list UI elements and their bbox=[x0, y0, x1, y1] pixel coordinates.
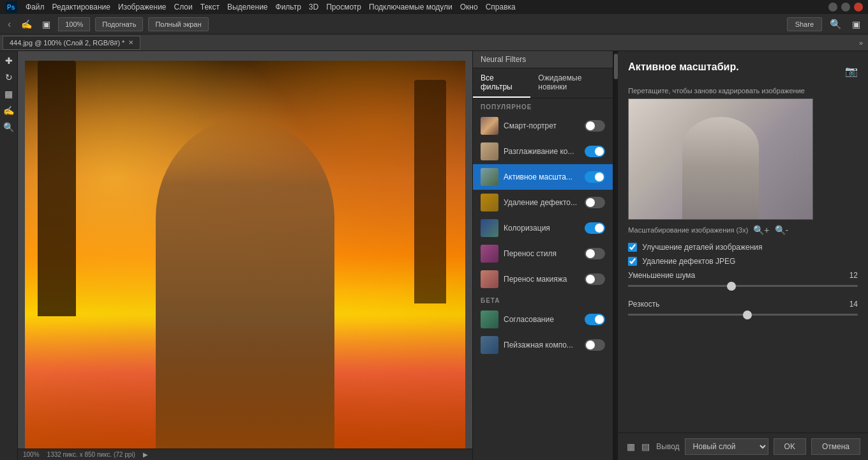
filter-item-scale[interactable]: Активное масшта... bbox=[473, 164, 613, 190]
status-bar: 100% 1332 пикс. x 850 пикс. (72 ppi) ▶ bbox=[18, 448, 472, 460]
preview-instruction: Перетащите, чтобы заново кадрировать изо… bbox=[628, 87, 858, 95]
transform-tool[interactable]: ▣ bbox=[40, 18, 53, 31]
zoom-status: 100% bbox=[23, 451, 40, 458]
neural-filters-panel: Neural Filters Все фильтры Ожидаемые нов… bbox=[472, 51, 868, 460]
tabbar: 444.jpg @ 100% (Слой 2, RGB/8#) * ✕ » bbox=[0, 34, 868, 51]
menu-file[interactable]: Файл bbox=[26, 3, 45, 12]
checkbox-jpeg[interactable] bbox=[628, 257, 637, 266]
toggle-smooth[interactable] bbox=[585, 146, 605, 157]
noise-value: 12 bbox=[849, 271, 858, 280]
tab-coming-filters[interactable]: Ожидаемые новинки bbox=[530, 68, 613, 98]
filter-thumb-landscape bbox=[481, 336, 498, 354]
checkbox-detail[interactable] bbox=[628, 243, 637, 252]
minimize-btn[interactable] bbox=[828, 3, 837, 12]
menu-help[interactable]: Справка bbox=[486, 3, 516, 12]
settings-container: Активное масштабир. 📷 Перетащите, чтобы … bbox=[618, 51, 868, 460]
sharpness-slider-section: Резкость 14 bbox=[628, 300, 858, 321]
toggle-style[interactable] bbox=[585, 248, 605, 259]
menu-image[interactable]: Изображение bbox=[118, 3, 167, 12]
layers-icon-btn[interactable]: ▦ bbox=[625, 440, 636, 453]
filter-list: Neural Filters Все фильтры Ожидаемые нов… bbox=[473, 51, 613, 460]
filter-name-makeup: Перенос макияжа bbox=[504, 275, 580, 284]
stack-icon-btn[interactable]: ▤ bbox=[640, 440, 651, 453]
filter-name-portrait: Смарт-портрет bbox=[504, 121, 580, 130]
menu-edit[interactable]: Редактирование bbox=[52, 3, 110, 12]
toggle-scale[interactable] bbox=[585, 171, 605, 183]
menu-window[interactable]: Окно bbox=[460, 3, 478, 12]
filter-item-defect[interactable]: Удаление дефекто... bbox=[473, 190, 613, 215]
preview-image[interactable] bbox=[628, 98, 813, 220]
bottom-bar: ▦ ▤ Вывод Новый слой Смарт-объект Текущи… bbox=[618, 433, 868, 460]
noise-slider-section: Уменьшение шума 12 bbox=[628, 271, 858, 292]
hand-tool-left[interactable]: ✍ bbox=[2, 103, 16, 118]
zoom-out-icon[interactable]: 🔍- bbox=[775, 225, 789, 235]
menu-3d[interactable]: 3D bbox=[309, 3, 318, 12]
sharpness-slider-thumb[interactable] bbox=[743, 310, 752, 319]
noise-slider-label: Уменьшение шума 12 bbox=[628, 271, 858, 280]
toggle-defect[interactable] bbox=[585, 197, 605, 208]
sharpness-slider-track[interactable] bbox=[628, 314, 858, 316]
menu-select[interactable]: Выделение bbox=[227, 3, 268, 12]
noise-slider-thumb[interactable] bbox=[727, 282, 736, 291]
layout-btn[interactable]: ▣ bbox=[849, 18, 863, 31]
ps-logo: Ps bbox=[5, 1, 18, 13]
cancel-btn[interactable]: Отмена bbox=[811, 438, 860, 455]
zoom-tool-left[interactable]: 🔍 bbox=[2, 120, 16, 134]
hand-tool[interactable]: ✍ bbox=[19, 18, 34, 31]
filter-item-portrait[interactable]: Смарт-портрет bbox=[473, 113, 613, 139]
filter-thumb-defect bbox=[481, 194, 498, 211]
crop-tool[interactable]: ▦ bbox=[2, 87, 16, 101]
zoom-input[interactable]: 100% bbox=[58, 17, 90, 31]
menubar: Ps Файл Редактирование Изображение Слои … bbox=[0, 0, 868, 14]
output-select[interactable]: Новый слой Смарт-объект Текущий слой Нов… bbox=[685, 438, 768, 455]
fullscreen-btn[interactable]: Полный экран bbox=[148, 17, 208, 31]
toggle-makeup[interactable] bbox=[585, 273, 605, 285]
toggle-portrait[interactable] bbox=[585, 120, 605, 132]
tab-all-filters[interactable]: Все фильтры bbox=[473, 68, 530, 98]
sharpness-slider-fill bbox=[628, 314, 747, 316]
filter-thumb-colorize bbox=[481, 219, 498, 237]
filter-name-harmony: Согласование bbox=[504, 315, 580, 324]
filter-thumb-smooth bbox=[481, 142, 498, 160]
tab-close-btn[interactable]: ✕ bbox=[128, 39, 133, 46]
filter-item-landscape[interactable]: Пейзажная компо... bbox=[473, 332, 613, 358]
filter-item-style[interactable]: Перенос стиля bbox=[473, 241, 613, 266]
fit-btn[interactable]: Подогнать bbox=[95, 17, 143, 31]
settings-title: Активное масштабир. bbox=[628, 61, 738, 73]
toggle-landscape[interactable] bbox=[585, 339, 605, 351]
filter-item-colorize[interactable]: Колоризация bbox=[473, 215, 613, 241]
menu-layers[interactable]: Слои bbox=[174, 3, 193, 12]
menu-text[interactable]: Текст bbox=[200, 3, 220, 12]
move-tool[interactable]: ✚ bbox=[2, 54, 16, 68]
active-tab[interactable]: 444.jpg @ 100% (Слой 2, RGB/8#) * ✕ bbox=[3, 36, 140, 50]
share-btn[interactable]: Share bbox=[787, 17, 822, 31]
toggle-harmony[interactable] bbox=[585, 314, 605, 325]
filter-item-harmony[interactable]: Согласование bbox=[473, 307, 613, 332]
panel-title: Neural Filters bbox=[481, 55, 526, 64]
menu-filter[interactable]: Фильтр bbox=[276, 3, 301, 12]
close-btn[interactable] bbox=[854, 3, 863, 12]
ok-btn[interactable]: OK bbox=[774, 438, 806, 455]
maximize-btn[interactable] bbox=[841, 3, 850, 12]
bottom-icons: ▦ ▤ bbox=[625, 440, 651, 453]
settings-icon: 📷 bbox=[845, 65, 858, 77]
back-btn[interactable]: ‹ bbox=[5, 17, 13, 31]
noise-slider-track[interactable] bbox=[628, 285, 858, 287]
beta-section-label: БЕТА bbox=[473, 292, 613, 307]
expand-status[interactable]: ▶ bbox=[143, 451, 148, 458]
scrollbar-thumb[interactable] bbox=[614, 54, 618, 79]
filter-list-scrollbar[interactable] bbox=[613, 51, 618, 460]
zoom-in-icon[interactable]: 🔍+ bbox=[753, 225, 769, 235]
filter-item-smooth[interactable]: Разглаживание ко... bbox=[473, 139, 613, 164]
toggle-colorize[interactable] bbox=[585, 222, 605, 234]
menu-view[interactable]: Просмотр bbox=[326, 3, 361, 12]
search-btn[interactable]: 🔍 bbox=[827, 17, 844, 31]
filter-item-makeup[interactable]: Перенос макияжа bbox=[473, 266, 613, 292]
svg-text:Ps: Ps bbox=[7, 4, 15, 11]
menu-plugins[interactable]: Подключаемые модули bbox=[369, 3, 453, 12]
expand-tabs-btn[interactable]: » bbox=[857, 39, 865, 47]
left-toolbar: ✚ ↻ ▦ ✍ 🔍 bbox=[0, 51, 18, 460]
filter-tabs: Все фильтры Ожидаемые новинки bbox=[473, 68, 613, 98]
rotate-tool[interactable]: ↻ bbox=[2, 70, 16, 84]
filter-name-style: Перенос стиля bbox=[504, 249, 580, 258]
